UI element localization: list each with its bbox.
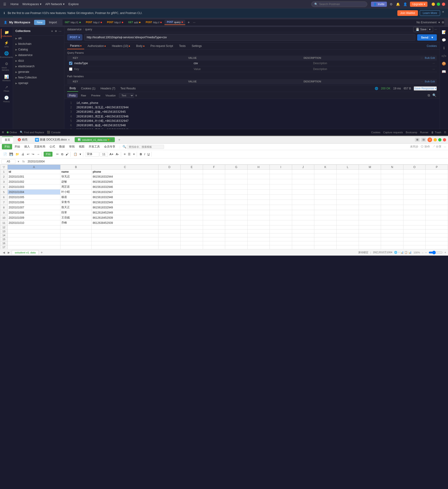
wps-start-button[interactable]: 开始 — [2, 144, 12, 149]
tab-add-button[interactable]: + — [186, 19, 192, 25]
table-cell[interactable] — [403, 210, 425, 215]
table-cell[interactable] — [381, 220, 403, 226]
console-button[interactable]: ⬛ Console — [47, 131, 60, 134]
wps-list-icon[interactable]: ⊟ — [421, 138, 426, 142]
table-cell[interactable] — [247, 229, 270, 233]
tab-tests[interactable]: Tests — [176, 43, 188, 49]
table-cell[interactable] — [359, 241, 381, 245]
table-cell[interactable]: 8612618452949 — [92, 210, 159, 215]
table-cell[interactable] — [270, 220, 292, 226]
table-cell[interactable]: 2020101006 — [8, 200, 60, 205]
table-cell[interactable] — [403, 226, 425, 229]
table-cell[interactable] — [426, 229, 448, 233]
path-bulk-edit-button[interactable]: Bulk Edit — [425, 80, 435, 83]
table-cell[interactable] — [247, 205, 270, 210]
table-cell[interactable] — [225, 233, 247, 237]
table-cell[interactable]: id — [8, 170, 60, 174]
table-cell[interactable] — [247, 215, 270, 220]
table-cell[interactable] — [8, 241, 60, 245]
table-cell[interactable] — [270, 245, 292, 249]
table-cell[interactable] — [181, 205, 203, 210]
tab-get-add[interactable]: GET add — [126, 20, 143, 25]
table-cell[interactable] — [203, 237, 225, 241]
resp-tab-body[interactable]: Body — [67, 85, 78, 92]
table-cell[interactable] — [158, 195, 180, 200]
table-cell[interactable] — [92, 237, 159, 241]
table-cell[interactable] — [247, 241, 270, 245]
table-cell[interactable] — [203, 241, 225, 245]
table-cell[interactable] — [314, 245, 336, 249]
table-cell[interactable] — [426, 200, 448, 205]
table-cell[interactable] — [158, 237, 180, 241]
table-cell[interactable] — [158, 179, 180, 184]
table-cell[interactable] — [381, 233, 403, 237]
table-cell[interactable] — [381, 229, 403, 233]
save-button[interactable]: 💾 Save ▾ — [413, 27, 433, 32]
table-cell[interactable]: 2020101005 — [8, 195, 60, 200]
table-cell[interactable] — [426, 241, 448, 245]
sheet-add-button[interactable]: + — [40, 250, 44, 255]
table-cell[interactable]: 周芷若 — [60, 184, 91, 189]
collection-blockchain[interactable]: ▶ blockchain — [13, 41, 64, 47]
right-panel-icon[interactable]: 📝 — [440, 29, 448, 36]
add-collection-button[interactable]: + — [51, 29, 53, 33]
param-checkbox-empty[interactable] — [69, 67, 72, 71]
table-cell[interactable] — [336, 205, 359, 210]
table-cell[interactable] — [359, 195, 381, 200]
table-cell[interactable] — [203, 245, 225, 249]
layout-toggle[interactable]: ⊡ — [444, 131, 446, 134]
table-cell[interactable] — [359, 189, 381, 195]
table-cell[interactable]: 段誉 — [60, 210, 91, 215]
table-cell[interactable] — [359, 200, 381, 205]
sidebar-item-collections[interactable]: 📁 Collections — [1, 29, 12, 39]
table-cell[interactable]: 8615618332945 — [92, 179, 159, 184]
wps-add-tab-button[interactable]: + — [117, 137, 121, 142]
table-cell[interactable] — [426, 226, 448, 229]
table-cell[interactable] — [158, 200, 180, 205]
table-cell[interactable] — [203, 195, 225, 200]
wps-paste-down-icon[interactable]: ▾ — [79, 152, 82, 157]
table-cell[interactable] — [292, 205, 314, 210]
notification-bell-icon[interactable]: 🔔 — [395, 2, 400, 7]
table-cell[interactable] — [292, 229, 314, 233]
wps-save-icon[interactable]: 💾 — [8, 152, 14, 157]
table-cell[interactable] — [270, 184, 292, 189]
table-cell[interactable] — [8, 237, 60, 241]
table-cell[interactable] — [359, 245, 381, 249]
table-cell[interactable] — [270, 237, 292, 241]
cookies-link[interactable]: Cookies — [427, 44, 437, 48]
formula-bar-expand-icon[interactable]: ▾ — [16, 160, 21, 163]
table-cell[interactable] — [314, 220, 336, 226]
table-cell[interactable] — [403, 233, 425, 237]
view-visualize-button[interactable]: Visualize — [104, 93, 118, 98]
wps-menu-review[interactable]: 审阅 — [67, 144, 77, 149]
table-cell[interactable]: 2020101010 — [8, 220, 60, 226]
wps-sync-button[interactable]: 未同步 — [410, 145, 418, 149]
table-cell[interactable] — [336, 174, 359, 179]
table-cell[interactable]: 张无忌 — [60, 174, 91, 179]
send-button[interactable]: Send ▾ — [417, 34, 437, 41]
col-header-L[interactable]: L — [336, 165, 359, 170]
wps-menu-view[interactable]: 视图 — [77, 144, 86, 149]
table-cell[interactable] — [403, 237, 425, 241]
table-cell[interactable] — [225, 210, 247, 215]
param-checkbox-media-type[interactable] — [69, 62, 72, 65]
table-cell[interactable] — [158, 233, 180, 237]
table-cell[interactable] — [292, 179, 314, 184]
table-cell[interactable] — [181, 241, 203, 245]
table-cell[interactable] — [203, 184, 225, 189]
table-cell[interactable] — [292, 233, 314, 237]
table-cell[interactable] — [314, 237, 336, 241]
table-cell[interactable] — [292, 200, 314, 205]
table-cell[interactable] — [225, 229, 247, 233]
table-cell[interactable] — [225, 226, 247, 229]
col-header-B[interactable]: B — [60, 165, 91, 170]
table-cell[interactable] — [381, 237, 403, 241]
join-waitlist-button[interactable]: Join Waitlist — [397, 10, 418, 16]
table-cell[interactable] — [92, 226, 159, 229]
workspaces-nav[interactable]: Workspaces ▾ — [22, 2, 41, 6]
table-cell[interactable] — [225, 184, 247, 189]
table-cell[interactable] — [60, 233, 91, 237]
table-cell[interactable] — [8, 226, 60, 229]
trash-button[interactable]: 🗑 Trash — [431, 131, 441, 134]
